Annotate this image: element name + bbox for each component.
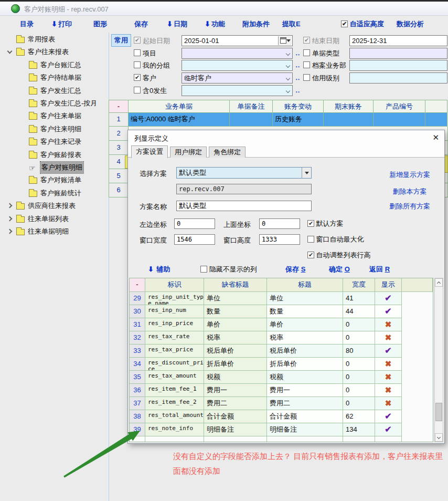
scroll-down-button[interactable] bbox=[435, 433, 443, 442]
filter-input[interactable]: 2025-12-31 bbox=[349, 35, 447, 46]
combobox-dropdown-icon[interactable] bbox=[302, 168, 311, 178]
chevron-down-icon[interactable] bbox=[286, 64, 290, 68]
table-cell-title[interactable]: 数量 bbox=[267, 305, 343, 318]
sidebar-item[interactable]: 常用报表 bbox=[0, 34, 109, 45]
shown-cross-icon[interactable]: ✖ bbox=[375, 358, 402, 371]
table-row-number[interactable]: 34 bbox=[130, 358, 145, 371]
filter-checkbox[interactable]: ✔ bbox=[134, 74, 141, 81]
add-scheme-link[interactable]: 新增显示方案 bbox=[376, 170, 444, 180]
dialog-titlebar[interactable]: 列显示定义 ✕ bbox=[128, 130, 444, 145]
chevron-right-icon[interactable] bbox=[7, 216, 13, 221]
filter-checkbox[interactable]: ✔ bbox=[134, 36, 141, 44]
table-row-number[interactable]: 35 bbox=[130, 371, 145, 384]
grid-cell[interactable] bbox=[374, 113, 425, 127]
table-cell-default-title[interactable]: 单价 bbox=[204, 318, 267, 331]
sidebar-item-label[interactable]: 客户对账明细 bbox=[40, 162, 83, 173]
filter-dropdown[interactable] bbox=[182, 85, 293, 96]
table-cell-width[interactable]: 0 bbox=[343, 331, 375, 345]
sidebar-item-label[interactable]: 客户对账清单 bbox=[40, 174, 81, 186]
table-scrollbar[interactable] bbox=[434, 278, 443, 442]
table-row-number[interactable]: 31 bbox=[130, 318, 145, 331]
sidebar-item-label[interactable]: 客户往来明细 bbox=[40, 123, 81, 135]
toolbar-item-1[interactable]: 目录 bbox=[20, 19, 34, 29]
sidebar-item[interactable]: 客户对账清单 bbox=[0, 174, 109, 186]
tab-3[interactable]: 角色绑定 bbox=[209, 147, 246, 158]
option-checkbox-row[interactable]: ✔ 默认方案 bbox=[307, 219, 344, 228]
table-corner-cell[interactable]: - bbox=[130, 278, 145, 292]
coord-left-input[interactable] bbox=[174, 218, 215, 229]
grid-cell[interactable] bbox=[425, 113, 447, 127]
table-cell-width[interactable]: 0 bbox=[343, 318, 375, 331]
sidebar-item[interactable]: 客户往来报表 bbox=[0, 46, 109, 58]
table-cell-id[interactable]: res_inp_price bbox=[145, 318, 204, 331]
table-cell-width[interactable]: 134 bbox=[343, 423, 375, 436]
window-height-input[interactable] bbox=[259, 234, 300, 245]
toolbar-item-6[interactable]: ⬇功能 bbox=[205, 19, 225, 29]
toolbar-item-3[interactable]: 图形 bbox=[93, 19, 107, 29]
filter-dropdown[interactable]: 临时客户 bbox=[182, 72, 293, 84]
sidebar-item[interactable]: 供应商往来报表 bbox=[0, 200, 109, 212]
filter-input[interactable] bbox=[349, 48, 447, 59]
toolbar-item-8[interactable]: 提取E bbox=[282, 19, 301, 29]
table-cell-default-title[interactable]: 合计金额 bbox=[204, 410, 267, 423]
checkbox-icon[interactable] bbox=[134, 49, 141, 56]
checkbox-icon[interactable]: ✔ bbox=[134, 74, 141, 81]
table-cell-id[interactable]: res_tax_rate bbox=[145, 331, 204, 345]
sidebar-item[interactable]: 客户往来明细 bbox=[0, 123, 109, 135]
sidebar-item-label[interactable]: 供应商往来报表 bbox=[28, 200, 76, 212]
delete-scheme-link[interactable]: 删除本方案 bbox=[376, 187, 444, 196]
ellipsis-button[interactable]: ‥ bbox=[295, 49, 301, 57]
table-column-header[interactable] bbox=[402, 278, 433, 292]
table-row[interactable]: 39res_note_info明细备注明细备注134✔ bbox=[130, 423, 402, 436]
table-row-number[interactable]: 33 bbox=[130, 345, 145, 358]
table-cell-title[interactable]: 单价 bbox=[267, 318, 343, 331]
grid-cell[interactable]: 历史账务 bbox=[273, 113, 324, 127]
table-row[interactable]: 35res_tax_amount税额税额0✖ bbox=[130, 371, 402, 384]
sidebar-item-label[interactable]: 往来单据明细 bbox=[28, 226, 69, 237]
table-cell-default-title[interactable]: 税后单价 bbox=[204, 345, 267, 358]
table-cell-title[interactable]: 明细备注 bbox=[267, 423, 343, 436]
tab-1[interactable]: 方案设置 bbox=[131, 145, 168, 158]
table-row[interactable]: 29res_inp_unit_type_name单位单位41✔ bbox=[130, 292, 402, 305]
shown-cross-icon[interactable]: ✖ bbox=[375, 371, 402, 384]
table-cell-default-title[interactable]: 折后单价 bbox=[204, 358, 267, 371]
table-row[interactable]: 34res_discount_price折后单价折后单价0✖ bbox=[130, 358, 402, 371]
table-cell-width[interactable]: 0 bbox=[343, 358, 375, 371]
table-row-number[interactable]: 29 bbox=[130, 292, 145, 305]
filter-dropdown[interactable] bbox=[182, 48, 293, 59]
ok-button[interactable]: 确定 O bbox=[329, 265, 350, 274]
coord-top-input[interactable] bbox=[259, 218, 300, 229]
table-cell-width[interactable]: 62 bbox=[343, 410, 375, 423]
sidebar-item-label[interactable]: 客户发生汇总-按月 bbox=[40, 98, 97, 109]
sidebar-item-label[interactable]: 常用报表 bbox=[28, 34, 55, 45]
table-column-header[interactable]: 标识 bbox=[145, 278, 204, 292]
chevron-down-icon[interactable] bbox=[286, 76, 290, 80]
sidebar-item-label[interactable]: 客户待结单据 bbox=[40, 72, 81, 84]
checkbox-icon[interactable] bbox=[134, 87, 141, 93]
toolbar-item-4[interactable]: 保存 bbox=[134, 19, 148, 29]
shown-check-icon[interactable]: ✔ bbox=[375, 423, 402, 436]
sidebar-item-label[interactable]: 客户往来单据 bbox=[40, 110, 81, 122]
table-cell-width[interactable]: 0 bbox=[343, 371, 375, 384]
grid-row-number[interactable]: 3 bbox=[109, 141, 129, 155]
table-column-header[interactable]: 显示 bbox=[375, 278, 402, 292]
toolbar-item-9[interactable]: ✔ 自适应高度 bbox=[341, 19, 384, 29]
table-cell-width[interactable]: 44 bbox=[343, 305, 375, 318]
table-cell-width[interactable]: 0 bbox=[343, 397, 375, 410]
grid-row-number[interactable]: 2 bbox=[109, 127, 129, 141]
hide-columns-checkbox[interactable]: 隐藏不显示的列 bbox=[200, 265, 257, 274]
shown-cross-icon[interactable]: ✖ bbox=[375, 397, 402, 410]
sidebar-item[interactable]: 客户发生汇总 bbox=[0, 85, 109, 97]
shown-cross-icon[interactable]: ✖ bbox=[375, 318, 402, 331]
grid-row-number[interactable]: 1 bbox=[109, 113, 129, 127]
shown-check-icon[interactable]: ✔ bbox=[375, 292, 402, 305]
sidebar-item[interactable]: 往来单据列表 bbox=[0, 213, 109, 225]
tab-2[interactable]: 用户绑定 bbox=[170, 147, 207, 158]
table-cell-width[interactable]: 41 bbox=[343, 292, 375, 305]
table-cell-default-title[interactable]: 明细备注 bbox=[204, 423, 267, 436]
option-checkbox-row[interactable]: ✔ 自动调整列表行高 bbox=[307, 250, 371, 260]
table-cell-default-title[interactable]: 税率 bbox=[204, 331, 267, 345]
table-row[interactable]: 30res_inp_num数量数量44✔ bbox=[130, 305, 402, 318]
shown-cross-icon[interactable]: ✖ bbox=[375, 384, 402, 397]
toolbar-item-10[interactable]: 数据分析 bbox=[397, 19, 424, 29]
